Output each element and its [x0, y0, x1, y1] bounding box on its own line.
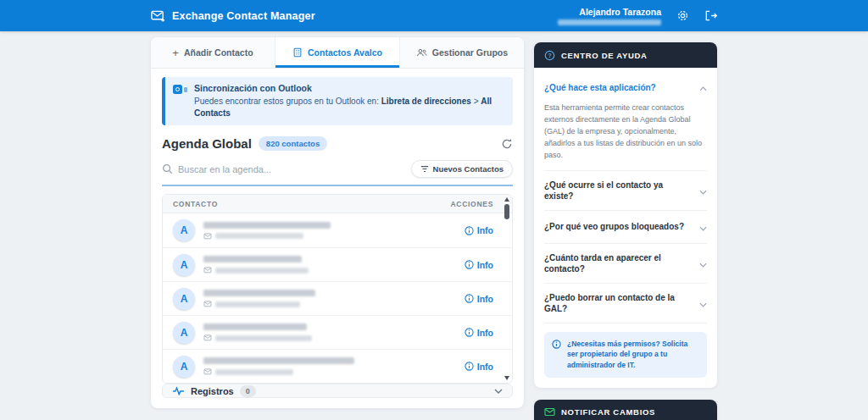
- faq-item: ¿Cuánto tarda en aparecer el contacto?: [544, 244, 707, 284]
- avatar: A: [173, 322, 195, 344]
- filter-icon: [420, 165, 429, 173]
- faq-item: ¿Qué hace esta aplicación? Esta herramie…: [544, 71, 707, 171]
- info-circle-icon: [465, 328, 474, 337]
- contact-name-redacted: [203, 290, 315, 296]
- people-icon: [416, 47, 427, 58]
- outlook-icon: [173, 85, 187, 95]
- logout-button[interactable]: [704, 9, 717, 22]
- refresh-icon: [501, 138, 513, 150]
- user-name: Alejandro Tarazona: [579, 7, 661, 17]
- tab-label: Gestionar Grupos: [432, 47, 508, 58]
- chevron-down-icon: [494, 389, 503, 394]
- info-button[interactable]: Info: [465, 294, 493, 304]
- help-circle-icon: ?: [544, 50, 555, 61]
- column-contact: CONTACTO: [173, 200, 218, 208]
- registros-label: Registros: [191, 386, 234, 396]
- refresh-button[interactable]: [501, 138, 513, 150]
- contacts-card: + Añadir Contacto Contactos Avalco Gesti…: [151, 37, 524, 408]
- info-circle-icon: [465, 260, 474, 269]
- registros-toggle[interactable]: Registros 0: [162, 384, 513, 398]
- envelope-icon: [203, 368, 212, 375]
- chevron-down-icon: [699, 256, 707, 271]
- table-row: A Info: [163, 349, 512, 383]
- avatar: A: [173, 288, 195, 310]
- contact-name-redacted: [203, 222, 331, 229]
- notify-title: NOTIFICAR CAMBIOS: [561, 407, 655, 417]
- faq-list: ¿Qué hace esta aplicación? Esta herramie…: [534, 68, 717, 388]
- app-header: Exchange Contact Manager Alejandro Taraz…: [0, 0, 868, 31]
- table-row: A Info: [163, 315, 512, 349]
- permissions-tip: ¿Necesitas más permisos? Solicita ser pr…: [544, 332, 707, 378]
- gear-icon: [676, 9, 689, 22]
- faq-question[interactable]: ¿Qué ocurre si el contacto ya existe?: [544, 180, 707, 202]
- tab-bar: + Añadir Contacto Contactos Avalco Gesti…: [151, 37, 524, 69]
- envelope-green-icon: [544, 407, 555, 417]
- avatar: A: [173, 219, 195, 241]
- envelope-icon: [203, 233, 212, 240]
- info-button[interactable]: Info: [465, 328, 493, 338]
- contact-email-redacted: [215, 369, 293, 375]
- registros-count-badge: 0: [240, 385, 256, 397]
- help-center-panel: ? CENTRO DE AYUDA ¿Qué hace esta aplicac…: [534, 42, 717, 388]
- scroll-up-arrow[interactable]: [504, 197, 509, 202]
- faq-question[interactable]: ¿Por qué veo grupos bloqueados?: [544, 219, 707, 235]
- faq-question[interactable]: ¿Puedo borrar un contacto de la GAL?: [544, 292, 707, 314]
- new-contacts-filter-button[interactable]: Nuevos Contactos: [411, 160, 513, 178]
- info-circle-icon: [465, 362, 474, 371]
- contact-email-redacted: [215, 233, 303, 239]
- tab-label: Contactos Avalco: [308, 47, 382, 58]
- mail-plus-icon: [151, 9, 165, 23]
- agenda-title: Agenda Global: [162, 136, 252, 151]
- contact-email-redacted: [215, 268, 309, 274]
- faq-question[interactable]: ¿Qué hace esta aplicación?: [544, 80, 707, 95]
- table-row: A Info: [163, 281, 512, 315]
- plus-icon: +: [172, 47, 179, 58]
- chevron-down-icon: [699, 296, 707, 311]
- avatar: A: [173, 356, 195, 378]
- user-block: Alejandro Tarazona: [558, 7, 661, 25]
- info-button[interactable]: Info: [465, 260, 493, 270]
- info-circle-icon: [465, 294, 474, 303]
- avatar: A: [173, 254, 195, 276]
- info-circle-icon: [465, 226, 474, 235]
- help-center-header: ? CENTRO DE AYUDA: [534, 42, 717, 68]
- settings-button[interactable]: [676, 9, 689, 22]
- table-scrollbar[interactable]: [504, 197, 510, 380]
- table-row: A Info: [163, 247, 512, 281]
- help-center-title: CENTRO DE AYUDA: [561, 51, 648, 60]
- scroll-down-arrow[interactable]: [504, 376, 509, 380]
- faq-item: ¿Puedo borrar un contacto de la GAL?: [544, 284, 707, 323]
- sync-alert-body: Puedes encontrar estos grupos en tu Outl…: [194, 96, 504, 119]
- logout-icon: [704, 9, 717, 22]
- info-button[interactable]: Info: [465, 225, 493, 235]
- contact-name-redacted: [203, 323, 307, 330]
- contact-table: CONTACTO ACCIONES A Info A: [162, 194, 513, 384]
- outlook-sync-alert: Sincronización con Outlook Puedes encont…: [162, 77, 513, 125]
- search-box: [162, 163, 404, 174]
- activity-icon: [172, 386, 185, 395]
- table-header: CONTACTO ACCIONES: [163, 195, 512, 213]
- tab-anadir-contacto[interactable]: + Añadir Contacto: [151, 37, 275, 68]
- tab-contactos-avalco[interactable]: Contactos Avalco: [275, 37, 400, 68]
- faq-item: ¿Qué ocurre si el contacto ya existe?: [544, 171, 707, 211]
- chevron-down-icon: [699, 219, 707, 235]
- notify-header: NOTIFICAR CAMBIOS: [534, 400, 717, 420]
- envelope-icon: [203, 267, 212, 274]
- contact-email-redacted: [215, 301, 300, 307]
- user-email-redacted: [558, 19, 661, 25]
- tab-gestionar-grupos[interactable]: Gestionar Grupos: [400, 37, 524, 68]
- tab-label: Añadir Contacto: [184, 47, 253, 58]
- svg-text:?: ?: [548, 52, 551, 58]
- faq-item: ¿Por qué veo grupos bloqueados?: [544, 211, 707, 244]
- chevron-up-icon: [699, 80, 707, 95]
- tip-text: ¿Necesitas más permisos? Solicita ser pr…: [567, 339, 699, 371]
- faq-question[interactable]: ¿Cuánto tarda en aparecer el contacto?: [544, 252, 707, 274]
- table-row: A Info: [163, 213, 512, 247]
- search-input[interactable]: [178, 164, 404, 174]
- envelope-icon: [203, 301, 212, 307]
- app-title: Exchange Contact Manager: [172, 10, 315, 22]
- info-button[interactable]: Info: [465, 362, 493, 372]
- column-actions: ACCIONES: [451, 200, 493, 208]
- scroll-thumb[interactable]: [504, 204, 509, 219]
- chevron-down-icon: [699, 183, 707, 198]
